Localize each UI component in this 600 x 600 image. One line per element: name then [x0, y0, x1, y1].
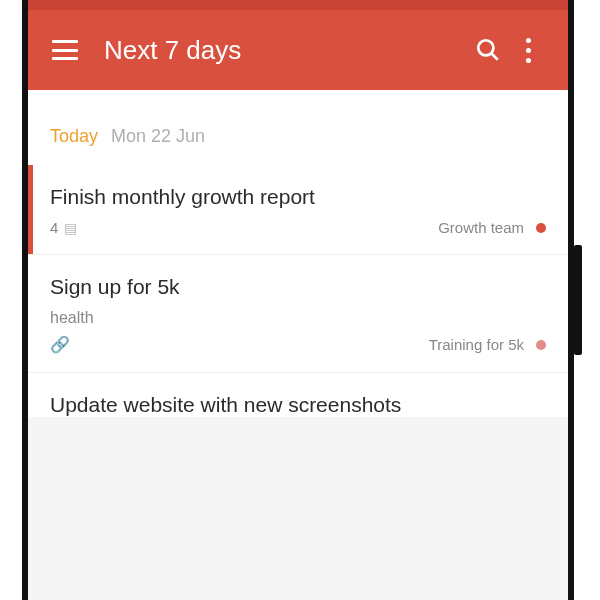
task-list: Today Mon 22 Jun Finish monthly growth r…: [28, 90, 568, 600]
today-label: Today: [50, 126, 98, 146]
task-meta: 🔗 Training for 5k: [50, 335, 546, 354]
comment-count: 4: [50, 219, 58, 236]
project-label: Growth team: [438, 219, 524, 236]
menu-icon[interactable]: [52, 40, 78, 60]
section-header: Today Mon 22 Jun: [28, 90, 568, 165]
comment-icon: ▤: [64, 220, 77, 236]
task-meta: 4 ▤ Growth team: [50, 219, 546, 236]
page-title: Next 7 days: [104, 35, 468, 66]
section-date: Mon 22 Jun: [111, 126, 205, 146]
task-title: Update website with new screenshots: [50, 393, 546, 417]
project-color-dot: [536, 340, 546, 350]
task-item[interactable]: Sign up for 5k health 🔗 Training for 5k: [28, 255, 568, 373]
app-bar: Next 7 days: [28, 10, 568, 90]
phone-side-button: [574, 245, 582, 355]
phone-screen: Next 7 days Today Mon 22 Jun Finish mont…: [28, 0, 568, 600]
task-title: Finish monthly growth report: [50, 185, 546, 209]
svg-line-1: [491, 53, 498, 60]
link-icon: 🔗: [50, 335, 70, 354]
status-bar: [28, 0, 568, 10]
svg-point-0: [478, 40, 493, 55]
project-color-dot: [536, 223, 546, 233]
task-title: Sign up for 5k: [50, 275, 546, 299]
task-item[interactable]: Finish monthly growth report 4 ▤ Growth …: [28, 165, 568, 255]
task-item[interactable]: Update website with new screenshots: [28, 373, 568, 417]
search-icon[interactable]: [468, 30, 508, 70]
project-label: Training for 5k: [429, 336, 524, 353]
more-icon[interactable]: [508, 30, 548, 70]
task-tag: health: [50, 309, 546, 327]
